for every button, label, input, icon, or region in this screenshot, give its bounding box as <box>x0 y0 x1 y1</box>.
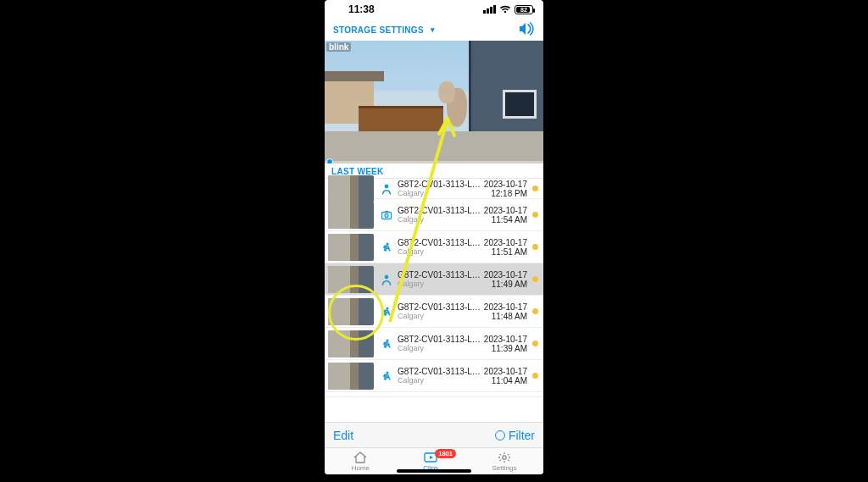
clip-timestamp: 2023-10-1711:51 AM <box>484 238 531 257</box>
snapshot-icon <box>379 209 394 221</box>
clip-location: Calgary <box>398 215 484 224</box>
clip-timestamp: 2023-10-1712:18 PM <box>484 180 531 198</box>
clip-name: G8T2-CV01-3113-L3CH <box>398 206 484 215</box>
clip-meta: G8T2-CV01-3113-L3CHCalgary <box>394 302 484 320</box>
svg-point-4 <box>386 242 388 245</box>
tab-settings[interactable]: Settings <box>492 452 516 472</box>
clip-meta: G8T2-CV01-3113-L3CHCalgary <box>394 335 484 352</box>
clip-location: Calgary <box>398 189 484 197</box>
person-icon <box>379 183 394 195</box>
clip-row[interactable]: G8T2-CV01-3113-L3CHCalgary2023-10-1711:4… <box>325 296 543 328</box>
cellular-icon <box>483 5 496 14</box>
clip-meta: G8T2-CV01-3113-L3CHCalgary <box>394 367 484 385</box>
clip-thumbnail <box>328 202 374 229</box>
status-right: 82 <box>483 5 533 14</box>
clip-timestamp: 2023-10-1711:04 AM <box>484 367 531 385</box>
clip-timestamp: 2023-10-1711:54 AM <box>484 206 531 224</box>
svg-point-5 <box>385 274 389 279</box>
header-row: STORAGE SETTINGS ▾ <box>325 19 543 41</box>
clip-row[interactable]: G8T2-CV01-3113-L3CHCalgary2023-10-1711:4… <box>325 263 543 296</box>
svg-point-10 <box>503 455 506 458</box>
battery-icon: 82 <box>515 5 533 14</box>
clip-thumbnail <box>328 234 374 261</box>
clip-row-partial <box>325 392 543 397</box>
unread-dot <box>532 244 538 250</box>
clip-meta: G8T2-CV01-3113-L3CHCalgary <box>394 180 484 197</box>
clip-thumbnail <box>328 266 374 293</box>
unread-dot <box>532 276 538 282</box>
clip-name: G8T2-CV01-3113-L3CH <box>398 302 484 312</box>
tab-settings-label: Settings <box>492 464 516 472</box>
clip-thumbnail <box>328 298 374 325</box>
status-time: 11:38 <box>348 3 375 15</box>
clip-thumbnail <box>328 363 374 390</box>
video-preview[interactable]: blink <box>325 41 543 163</box>
motion-icon <box>379 306 394 318</box>
unread-dot <box>532 186 538 191</box>
clip-thumbnail <box>328 330 374 357</box>
seek-bar[interactable] <box>325 161 543 163</box>
svg-point-0 <box>385 184 389 188</box>
status-bar: 11:38 82 <box>325 0 543 19</box>
list-toolbar: Edit Filter <box>325 422 543 447</box>
clip-timestamp: 2023-10-1711:49 AM <box>484 270 531 289</box>
clip-location: Calgary <box>398 344 484 352</box>
tab-home[interactable]: Home <box>352 452 370 472</box>
clip-row[interactable]: G8T2-CV01-3113-L3CHCalgary2023-10-1711:5… <box>325 199 543 231</box>
unread-dot <box>532 373 538 379</box>
motion-icon <box>379 241 394 253</box>
motion-icon <box>379 338 394 350</box>
clip-name: G8T2-CV01-3113-L3CH <box>398 238 484 247</box>
clip-location: Calgary <box>398 376 484 385</box>
person-icon <box>379 274 394 285</box>
clip-meta: G8T2-CV01-3113-L3CHCalgary <box>394 270 484 288</box>
motion-icon <box>379 370 394 382</box>
clip-name: G8T2-CV01-3113-L3CH <box>398 367 484 376</box>
svg-point-8 <box>386 371 388 374</box>
clips-badge: 1801 <box>435 449 456 458</box>
storage-settings-link[interactable]: STORAGE SETTINGS ▾ <box>333 25 435 35</box>
clip-meta: G8T2-CV01-3113-L3CHCalgary <box>394 206 484 224</box>
home-icon <box>353 452 368 463</box>
clip-timestamp: 2023-10-1711:48 AM <box>484 302 531 321</box>
clip-row[interactable]: G8T2-CV01-3113-L3CHCalgary2023-10-1711:0… <box>325 360 543 392</box>
tab-home-label: Home <box>352 464 370 472</box>
filter-label: Filter <box>509 429 535 442</box>
filter-button[interactable]: Filter <box>495 429 535 442</box>
clip-location: Calgary <box>398 280 484 288</box>
clip-name: G8T2-CV01-3113-L3CH <box>398 335 484 344</box>
gear-icon <box>497 452 512 463</box>
wifi-icon <box>499 5 511 14</box>
edit-button[interactable]: Edit <box>333 429 353 442</box>
clip-meta: G8T2-CV01-3113-L3CHCalgary <box>394 238 484 256</box>
clip-thumbnail <box>328 175 374 202</box>
brand-watermark: blink <box>326 42 351 52</box>
clip-row[interactable]: G8T2-CV01-3113-L3CHCalgary2023-10-1712:1… <box>325 179 543 199</box>
clips-list[interactable]: G8T2-CV01-3113-L3CHCalgary2023-10-1712:1… <box>325 179 543 397</box>
clip-location: Calgary <box>398 312 484 320</box>
clip-timestamp: 2023-10-1711:39 AM <box>484 335 531 353</box>
sound-icon[interactable] <box>518 22 535 37</box>
seek-knob[interactable] <box>326 158 333 163</box>
svg-point-2 <box>385 213 388 217</box>
svg-rect-3 <box>385 211 388 213</box>
svg-point-7 <box>386 339 388 341</box>
clip-row[interactable]: G8T2-CV01-3113-L3CHCalgary2023-10-1711:3… <box>325 328 543 360</box>
clip-location: Calgary <box>398 247 484 256</box>
clip-row[interactable]: G8T2-CV01-3113-L3CHCalgary2023-10-1711:5… <box>325 231 543 263</box>
storage-settings-label: STORAGE SETTINGS <box>333 25 424 35</box>
svg-point-6 <box>386 307 388 309</box>
unread-dot <box>532 212 538 218</box>
clip-name: G8T2-CV01-3113-L3CH <box>398 180 484 189</box>
home-indicator <box>397 469 471 473</box>
phone-frame: 11:38 82 STORAGE SETTINGS ▾ blink <box>325 0 543 474</box>
tab-clips[interactable]: 1801 Clips <box>423 452 438 472</box>
filter-icon <box>495 430 505 440</box>
clip-name: G8T2-CV01-3113-L3CH <box>398 270 484 280</box>
unread-dot <box>532 308 538 314</box>
unread-dot <box>532 341 538 346</box>
svg-rect-1 <box>382 212 392 219</box>
chevron-down-icon: ▾ <box>431 25 435 34</box>
